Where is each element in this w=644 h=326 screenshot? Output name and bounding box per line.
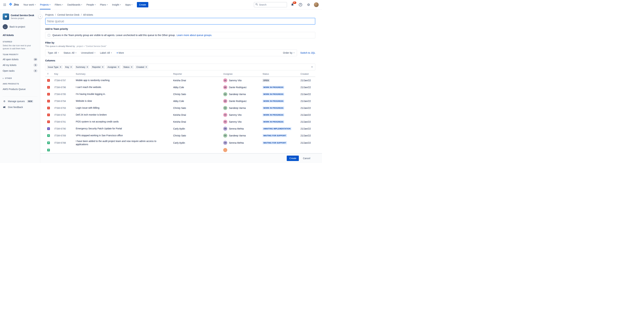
sidebar: Central Service Desk Service project ← B… [0,10,40,163]
issue-key-link[interactable]: ITSM-6789 [54,134,66,137]
remove-tag-icon[interactable]: ✕ [131,66,132,68]
column-header-created[interactable]: Created [300,73,315,75]
settings-gear-icon[interactable]: ⚙ [306,2,311,8]
breadcrumb-link-project[interactable]: Central Service Desk [57,14,80,16]
issue-key-link[interactable]: ITSM-6797 [54,79,66,82]
column-header-type[interactable]: T [45,73,54,75]
more-filters-button[interactable]: +More [116,52,124,54]
chevron-down-icon[interactable]: ▼ [311,66,313,68]
column-header-reporter[interactable]: Reporter [173,73,223,75]
table-row[interactable]: ITSM-6795I'm having trouble logging in.C… [45,91,315,98]
filter-dropdown[interactable]: Status: All▾ [64,52,76,54]
column-header-assignee[interactable]: Assignee [223,73,262,75]
breadcrumb-link-all-tickets[interactable]: All tickets [83,14,93,16]
remove-tag-icon[interactable]: ✕ [86,66,88,68]
nav-menu-item[interactable]: People▾ [84,0,98,10]
issue-summary-link[interactable]: Dell 24 inch monitor is broken [76,113,107,116]
table-row[interactable]: ITSM-6790Emergency Security Patch Update… [45,125,315,132]
sidebar-queue-item[interactable]: All my tickets5 [3,62,38,68]
issue-key-link[interactable]: ITSM-6791 [54,120,66,123]
issue-summary-link[interactable]: Website is slow [76,100,92,102]
notifications-bell-icon[interactable]: 9+ [290,2,295,8]
nav-menu-item[interactable]: Plans▾ [98,0,110,10]
user-avatar[interactable] [314,2,319,7]
table-row[interactable]: ITSM-6793Login issue with BillingChristy… [45,104,315,111]
filter-dropdown[interactable]: Type: All▾ [48,52,59,54]
column-header-key[interactable]: Key [54,73,76,75]
breadcrumb-link-projects[interactable]: Projects [45,14,54,16]
nav-menu-item[interactable]: Insight▾ [110,0,123,10]
issue-summary-link[interactable]: I have been added to the audit project t… [76,140,156,146]
table-row[interactable]: ITSM-6794Website is slowAbby ColeDRDante… [45,98,315,104]
issue-key-link[interactable]: ITSM-6795 [54,93,66,96]
issue-summary-link[interactable]: I can't reach the website. [76,86,102,88]
table-row[interactable]: ITSM-6797Mobile app is randomly crashing… [45,77,315,84]
sidebar-item-aws-products-queue[interactable]: AWS Products Queue [3,86,38,92]
table-row[interactable]: ITSM-6796I can't reach the website.Abby … [45,84,315,91]
column-header-summary[interactable]: Summary [76,73,173,75]
give-feedback-button[interactable]: Give feedback [3,104,38,110]
table-row[interactable]: ITSM-6788I have been added to the audit … [45,139,315,147]
remove-tag-icon[interactable]: ✕ [60,66,62,68]
create-button[interactable]: Create [137,2,148,8]
nav-menu-item[interactable]: Your work▾ [21,0,38,10]
remove-tag-icon[interactable]: ✕ [70,66,72,68]
cell-reporter: Carly Aydin [173,141,223,144]
issue-summary-link[interactable]: POS system is not accepting credit cards [76,120,118,123]
columns-multiselect[interactable]: Issue Type✕ Key✕ Summary✕ Reporter✕ Assi… [45,64,315,70]
order-by-dropdown[interactable]: Order by▾ [283,52,294,54]
create-queue-button[interactable]: Create [287,155,299,161]
nav-menu-item-label: Filters [55,3,61,6]
manage-queues-button[interactable]: ⚙ Manage queues NEW [3,98,38,104]
table-row[interactable] [45,147,315,153]
remove-tag-icon[interactable]: ✕ [102,66,104,68]
issue-key-link[interactable]: ITSM-6792 [54,113,66,116]
table-row[interactable]: ITSM-6792Dell 24 inch monitor is brokenK… [45,111,315,118]
remove-tag-icon[interactable]: ✕ [145,66,147,68]
filter-dropdown-label: Unresolved [81,52,93,54]
issue-summary-link[interactable]: Login issue with Billing [76,106,100,109]
team-priority-checkbox[interactable] [48,34,50,37]
issue-summary-link[interactable]: I'm having trouble logging in. [76,93,106,95]
back-to-project-button[interactable]: ← Back to project [3,24,38,29]
filter-dropdown[interactable]: Label: All▾ [100,52,112,54]
sidebar-collapse-button[interactable]: ‹ [38,15,42,19]
help-icon[interactable]: ? [298,2,303,8]
sidebar-queue-item[interactable]: All open tickets19 [3,57,38,62]
nav-menu-item[interactable]: Dashboards▾ [65,0,84,10]
sidebar-section-other[interactable]: ›OTHER [3,77,38,79]
table-row[interactable]: ITSM-6791POS system is not accepting cre… [45,118,315,125]
table-row[interactable]: ITSM-6789VPN stopped working in San Fran… [45,132,315,139]
issue-summary-link[interactable]: Emergency Security Patch Update for Port… [76,127,122,130]
column-header-status[interactable]: Status [262,73,300,75]
chevron-down-icon: ▾ [35,4,36,6]
project-header[interactable]: Central Service Desk Service project [3,14,38,20]
issue-summary-link[interactable]: VPN stopped working in San Francisco off… [76,134,123,137]
issue-key-link[interactable]: ITSM-6788 [54,141,66,144]
issue-key-link[interactable]: ITSM-6793 [54,107,66,109]
remove-tag-icon[interactable]: ✕ [118,66,120,68]
filter-dropdown[interactable]: Unresolved▾ [81,52,95,54]
switch-to-jql-link[interactable]: Switch to JQL [300,52,315,54]
apps-grid-icon[interactable] [2,2,8,8]
jira-logo[interactable]: Jira [8,2,21,7]
queue-groups-learn-more-link[interactable]: Learn more about queue groups. [176,34,212,37]
issue-key-link[interactable]: ITSM-6794 [54,100,66,102]
issue-key-link[interactable]: ITSM-6790 [54,127,66,130]
search-input[interactable] [259,3,286,6]
cancel-button[interactable]: Cancel [303,157,310,160]
cell-summary: I'm having trouble logging in. [76,93,173,96]
chevron-down-icon: ▾ [107,4,108,6]
new-queue-name-input[interactable] [45,18,315,25]
sidebar-queue-item[interactable]: Open tasks0 [3,68,38,74]
nav-menu-item[interactable]: Apps▾ [123,0,134,10]
status-badge: WORK IN PROGRESS [262,120,284,123]
issue-summary-link[interactable]: Mobile app is randomly crashing. [76,79,110,82]
nav-menu-item[interactable]: Projects▾ [38,0,52,10]
cell-key: ITSM-6796 [54,86,76,89]
nav-menu-item[interactable]: Filters▾ [52,0,65,10]
app-shell: ‹ Central Service Desk Service project ←… [0,10,322,163]
sidebar-item-all-tickets[interactable]: All tickets [3,33,38,37]
cell-issue-type [45,127,54,130]
issue-key-link[interactable]: ITSM-6796 [54,86,66,89]
